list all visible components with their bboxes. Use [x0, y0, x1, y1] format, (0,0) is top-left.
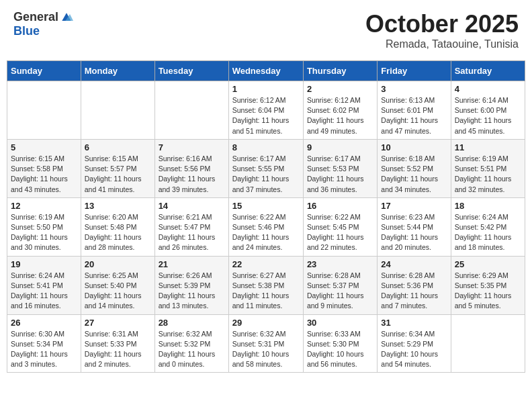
calendar-cell: 13Sunrise: 6:20 AMSunset: 5:48 PMDayligh… [81, 197, 154, 256]
calendar-cell: 8Sunrise: 6:17 AMSunset: 5:55 PMDaylight… [228, 139, 303, 197]
calendar-cell: 12Sunrise: 6:19 AMSunset: 5:50 PMDayligh… [7, 197, 81, 256]
weekday-header-friday: Friday [378, 61, 451, 81]
day-number: 8 [232, 142, 300, 152]
calendar-cell [7, 81, 81, 140]
day-number: 22 [232, 259, 300, 269]
calendar-cell: 4Sunrise: 6:14 AMSunset: 6:00 PMDaylight… [451, 81, 525, 140]
day-info: Sunrise: 6:24 AMSunset: 5:42 PMDaylight:… [455, 212, 521, 253]
day-info: Sunrise: 6:27 AMSunset: 5:38 PMDaylight:… [232, 271, 300, 312]
calendar-cell [451, 314, 525, 373]
day-info: Sunrise: 6:29 AMSunset: 5:35 PMDaylight:… [455, 271, 521, 312]
day-number: 7 [159, 142, 225, 152]
day-info: Sunrise: 6:18 AMSunset: 5:52 PMDaylight:… [381, 154, 447, 195]
calendar-cell: 9Sunrise: 6:17 AMSunset: 5:53 PMDaylight… [303, 139, 377, 197]
title-block: October 2025 Remada, Tataouine, Tunisia [365, 10, 519, 50]
day-number: 1 [232, 84, 300, 94]
day-number: 4 [455, 84, 521, 94]
day-info: Sunrise: 6:15 AMSunset: 5:58 PMDaylight:… [11, 154, 77, 195]
calendar-header: SundayMondayTuesdayWednesdayThursdayFrid… [7, 61, 525, 81]
day-info: Sunrise: 6:24 AMSunset: 5:41 PMDaylight:… [11, 271, 77, 312]
calendar-cell: 27Sunrise: 6:31 AMSunset: 5:33 PMDayligh… [81, 314, 154, 373]
day-number: 31 [381, 318, 447, 328]
day-info: Sunrise: 6:30 AMSunset: 5:34 PMDaylight:… [11, 329, 77, 370]
day-info: Sunrise: 6:25 AMSunset: 5:40 PMDaylight:… [85, 271, 151, 312]
day-info: Sunrise: 6:13 AMSunset: 6:01 PMDaylight:… [381, 95, 447, 136]
day-info: Sunrise: 6:21 AMSunset: 5:47 PMDaylight:… [159, 212, 225, 253]
page-header: General Blue October 2025 Remada, Tataou… [7, 7, 525, 54]
day-number: 2 [307, 84, 373, 94]
calendar-cell: 25Sunrise: 6:29 AMSunset: 5:35 PMDayligh… [451, 256, 525, 314]
calendar-cell: 18Sunrise: 6:24 AMSunset: 5:42 PMDayligh… [451, 197, 525, 256]
day-number: 24 [381, 259, 447, 269]
logo-icon [60, 11, 73, 24]
day-number: 12 [11, 201, 77, 211]
calendar-cell: 10Sunrise: 6:18 AMSunset: 5:52 PMDayligh… [378, 139, 451, 197]
day-number: 5 [11, 142, 77, 152]
day-number: 21 [159, 259, 225, 269]
logo-blue-text: Blue [13, 24, 73, 38]
day-info: Sunrise: 6:20 AMSunset: 5:48 PMDaylight:… [85, 212, 151, 253]
calendar-cell: 31Sunrise: 6:34 AMSunset: 5:29 PMDayligh… [378, 314, 451, 373]
calendar-cell: 7Sunrise: 6:16 AMSunset: 5:56 PMDaylight… [154, 139, 228, 197]
day-info: Sunrise: 6:12 AMSunset: 6:02 PMDaylight:… [307, 95, 373, 136]
day-number: 25 [455, 259, 521, 269]
calendar-cell: 29Sunrise: 6:32 AMSunset: 5:31 PMDayligh… [228, 314, 303, 373]
location-subtitle: Remada, Tataouine, Tunisia [365, 38, 519, 50]
logo-general-text: General [13, 10, 58, 24]
day-info: Sunrise: 6:22 AMSunset: 5:46 PMDaylight:… [232, 212, 300, 253]
day-info: Sunrise: 6:31 AMSunset: 5:33 PMDaylight:… [85, 329, 151, 370]
weekday-header-tuesday: Tuesday [154, 61, 228, 81]
day-info: Sunrise: 6:23 AMSunset: 5:44 PMDaylight:… [381, 212, 447, 253]
day-info: Sunrise: 6:32 AMSunset: 5:31 PMDaylight:… [232, 329, 300, 370]
day-info: Sunrise: 6:17 AMSunset: 5:53 PMDaylight:… [307, 154, 373, 195]
weekday-header-wednesday: Wednesday [228, 61, 303, 81]
logo: General Blue [13, 10, 73, 38]
day-number: 19 [11, 259, 77, 269]
day-number: 11 [455, 142, 521, 152]
weekday-header-thursday: Thursday [303, 61, 377, 81]
day-number: 6 [85, 142, 151, 152]
month-title: October 2025 [365, 10, 519, 38]
week-row-2: 5Sunrise: 6:15 AMSunset: 5:58 PMDaylight… [7, 139, 525, 197]
calendar-cell: 5Sunrise: 6:15 AMSunset: 5:58 PMDaylight… [7, 139, 81, 197]
calendar-cell: 2Sunrise: 6:12 AMSunset: 6:02 PMDaylight… [303, 81, 377, 140]
day-number: 17 [381, 201, 447, 211]
day-number: 18 [455, 201, 521, 211]
calendar-cell: 28Sunrise: 6:32 AMSunset: 5:32 PMDayligh… [154, 314, 228, 373]
day-info: Sunrise: 6:15 AMSunset: 5:57 PMDaylight:… [85, 154, 151, 195]
calendar-table: SundayMondayTuesdayWednesdayThursdayFrid… [7, 60, 525, 373]
day-number: 23 [307, 259, 373, 269]
calendar-cell: 16Sunrise: 6:22 AMSunset: 5:45 PMDayligh… [303, 197, 377, 256]
calendar-cell: 30Sunrise: 6:33 AMSunset: 5:30 PMDayligh… [303, 314, 377, 373]
day-info: Sunrise: 6:28 AMSunset: 5:37 PMDaylight:… [307, 271, 373, 312]
calendar-cell: 21Sunrise: 6:26 AMSunset: 5:39 PMDayligh… [154, 256, 228, 314]
day-info: Sunrise: 6:32 AMSunset: 5:32 PMDaylight:… [159, 329, 225, 370]
day-number: 20 [85, 259, 151, 269]
day-number: 9 [307, 142, 373, 152]
day-info: Sunrise: 6:12 AMSunset: 6:04 PMDaylight:… [232, 95, 300, 136]
weekday-header-saturday: Saturday [451, 61, 525, 81]
calendar-cell: 17Sunrise: 6:23 AMSunset: 5:44 PMDayligh… [378, 197, 451, 256]
week-row-3: 12Sunrise: 6:19 AMSunset: 5:50 PMDayligh… [7, 197, 525, 256]
day-number: 29 [232, 318, 300, 328]
day-info: Sunrise: 6:14 AMSunset: 6:00 PMDaylight:… [455, 95, 521, 136]
day-info: Sunrise: 6:28 AMSunset: 5:36 PMDaylight:… [381, 271, 447, 312]
day-info: Sunrise: 6:22 AMSunset: 5:45 PMDaylight:… [307, 212, 373, 253]
day-number: 14 [159, 201, 225, 211]
calendar-cell [81, 81, 154, 140]
day-info: Sunrise: 6:26 AMSunset: 5:39 PMDaylight:… [159, 271, 225, 312]
week-row-5: 26Sunrise: 6:30 AMSunset: 5:34 PMDayligh… [7, 314, 525, 373]
calendar-cell: 20Sunrise: 6:25 AMSunset: 5:40 PMDayligh… [81, 256, 154, 314]
day-number: 28 [159, 318, 225, 328]
calendar-cell: 1Sunrise: 6:12 AMSunset: 6:04 PMDaylight… [228, 81, 303, 140]
weekday-header-sunday: Sunday [7, 61, 81, 81]
day-number: 3 [381, 84, 447, 94]
calendar-cell: 23Sunrise: 6:28 AMSunset: 5:37 PMDayligh… [303, 256, 377, 314]
week-row-4: 19Sunrise: 6:24 AMSunset: 5:41 PMDayligh… [7, 256, 525, 314]
day-number: 10 [381, 142, 447, 152]
weekday-row: SundayMondayTuesdayWednesdayThursdayFrid… [7, 61, 525, 81]
day-info: Sunrise: 6:16 AMSunset: 5:56 PMDaylight:… [159, 154, 225, 195]
day-number: 16 [307, 201, 373, 211]
calendar-body: 1Sunrise: 6:12 AMSunset: 6:04 PMDaylight… [7, 81, 525, 373]
weekday-header-monday: Monday [81, 61, 154, 81]
